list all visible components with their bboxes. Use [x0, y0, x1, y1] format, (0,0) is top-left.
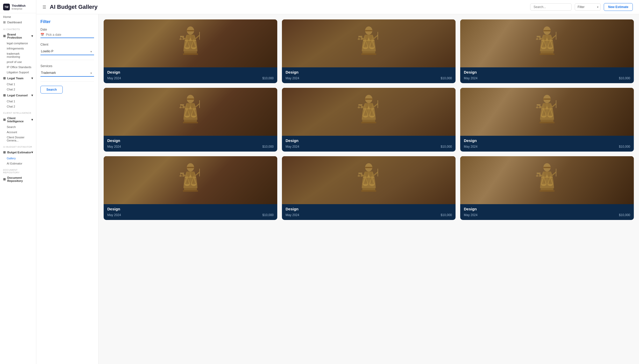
- sidebar-item-home[interactable]: Home: [0, 13, 36, 19]
- gallery-card[interactable]: Design May 2024 $10,000: [282, 19, 456, 83]
- svg-point-31: [539, 38, 541, 40]
- filter-date-label: Date: [40, 28, 94, 31]
- justice-statue-image: [104, 88, 277, 136]
- sidebar-child-gallery[interactable]: Gallery: [0, 156, 36, 161]
- sidebar-item-brand-protection[interactable]: ⊞ Brand Protection ▾: [0, 31, 36, 41]
- card-meta: May 2024 $10,000: [286, 145, 452, 148]
- date-picker-input[interactable]: [46, 33, 94, 37]
- statue-svg: [535, 162, 559, 198]
- services-select[interactable]: Trademark Design Patent Copyright: [40, 69, 94, 77]
- sidebar-child-litigation-support[interactable]: Litigation Support: [0, 70, 36, 75]
- sidebar-item-legal-team[interactable]: ⊞ Legal Team ▾: [0, 75, 36, 82]
- card-meta: May 2024 $10,000: [464, 213, 630, 217]
- sidebar-child-proof-of-use[interactable]: proof of use: [0, 59, 36, 65]
- sidebar-child-legal-team-chat1[interactable]: Chat 1: [0, 82, 36, 87]
- filter-divider-2: [40, 81, 94, 82]
- section-label-chatbots: AI Chatbots: [0, 25, 36, 31]
- gallery-card[interactable]: Design May 2024 $10,000: [104, 19, 277, 83]
- gallery-card[interactable]: Design May 2024 $10,000: [104, 156, 277, 220]
- card-meta: May 2024 $10,000: [286, 213, 452, 217]
- section-label-budget-estimator: AI Budget Estimator: [0, 143, 36, 149]
- sidebar-item-client-intelligence[interactable]: ⊞ Client Intelligence ▾: [0, 115, 36, 124]
- chevron-icon-ci: ▾: [31, 118, 33, 122]
- svg-point-54: [358, 107, 360, 108]
- statue-svg: [357, 162, 380, 198]
- card-body: Design May 2024 $10,000: [104, 204, 277, 220]
- card-date: May 2024: [464, 145, 478, 148]
- filter-wrapper: Filter By Date By Client By Service: [575, 3, 601, 11]
- sidebar-child-ip-office-standards[interactable]: IP Office Standards: [0, 65, 36, 70]
- svg-rect-1: [187, 30, 194, 31]
- logo-icon: TW: [3, 4, 10, 10]
- card-price: $10,000: [262, 213, 274, 217]
- filter-select[interactable]: Filter By Date By Client By Service: [575, 3, 601, 11]
- card-title: Design: [286, 207, 452, 211]
- svg-point-91: [360, 175, 363, 177]
- card-body: Design May 2024 $10,000: [460, 67, 634, 83]
- search-input[interactable]: [530, 3, 572, 11]
- gallery-card[interactable]: Design May 2024 $10,000: [460, 19, 634, 83]
- grid-icon-brand: ⊞: [3, 34, 6, 38]
- card-body: Design May 2024 $10,000: [282, 67, 456, 83]
- justice-statue-image: [104, 19, 277, 67]
- filter-client-label: Client: [40, 43, 94, 46]
- sidebar-child-ci-account[interactable]: Account: [0, 130, 36, 135]
- dashboard-label: Dashboard: [7, 21, 22, 24]
- card-meta: May 2024 $10,000: [464, 76, 630, 80]
- card-date: May 2024: [286, 76, 299, 80]
- svg-rect-106: [541, 188, 553, 190]
- app-name: ThirdWish: [12, 4, 26, 8]
- sidebar-child-legal-compliance[interactable]: legal compliance: [0, 41, 36, 46]
- justice-statue-image: [460, 88, 634, 136]
- sidebar-child-legal-team-chat2[interactable]: Chat 2: [0, 87, 36, 92]
- toggle-sidebar-icon[interactable]: ☰: [42, 5, 46, 10]
- svg-rect-46: [184, 120, 197, 122]
- svg-rect-95: [361, 190, 376, 192]
- statue-svg: [179, 25, 202, 62]
- justice-statue-image: [460, 19, 634, 67]
- section-label-document-repo: Document Repository: [0, 166, 36, 175]
- sidebar-child-legal-counsel-chat1[interactable]: Chat 1: [0, 99, 36, 104]
- card-meta: May 2024 $10,000: [464, 145, 630, 148]
- new-estimate-button[interactable]: New Estimate: [604, 3, 633, 11]
- card-title: Design: [464, 138, 630, 143]
- card-image: [460, 156, 634, 204]
- svg-point-43: [182, 107, 185, 108]
- sidebar-item-legal-counsel[interactable]: ⊞ Legal Counsel ▾: [0, 92, 36, 99]
- logo-text: TW: [4, 6, 9, 9]
- svg-point-55: [360, 107, 363, 108]
- card-date: May 2024: [107, 145, 121, 148]
- card-date: May 2024: [286, 213, 299, 217]
- sidebar-child-trademark-monitoring[interactable]: trademark monitoring: [0, 51, 36, 59]
- sidebar-child-legal-counsel-chat2[interactable]: Chat 2: [0, 104, 36, 109]
- sidebar-child-ai-estimator[interactable]: AI Estimator: [0, 161, 36, 166]
- grid-icon-legal-team: ⊞: [3, 76, 6, 80]
- gallery-card[interactable]: Design May 2024 $10,000: [460, 156, 634, 220]
- svg-rect-35: [539, 53, 555, 55]
- sidebar-item-document-repository[interactable]: ⊞ Document Repository: [0, 175, 36, 184]
- svg-rect-83: [183, 190, 198, 192]
- gallery-card[interactable]: Design May 2024 $10,000: [104, 88, 277, 152]
- gallery-card[interactable]: Design May 2024 $10,000: [460, 88, 634, 152]
- sidebar-child-infringements[interactable]: infringements: [0, 46, 36, 51]
- statue-svg: [535, 25, 559, 62]
- legal-counsel-label: Legal Counsel: [7, 94, 28, 97]
- main-content: ☰ AI Budget Gallery Filter By Date By Cl…: [36, 0, 639, 364]
- sidebar-child-ci-dossier[interactable]: Client Dossier Genera...: [0, 135, 36, 143]
- gallery-card[interactable]: Design May 2024 $10,000: [282, 88, 456, 152]
- client-select[interactable]: Lowilio P Client A Client B: [40, 48, 94, 55]
- card-date: May 2024: [107, 76, 121, 80]
- search-button[interactable]: Search: [40, 86, 63, 94]
- grid-icon-ci: ⊞: [3, 118, 6, 122]
- svg-rect-70: [541, 120, 553, 122]
- brand-protection-label: Brand Protection: [7, 33, 31, 39]
- card-price: $10,000: [262, 76, 274, 80]
- gallery-card[interactable]: Design May 2024 $10,000: [282, 156, 456, 220]
- sidebar-item-dashboard[interactable]: ⊞ Dashboard: [0, 19, 36, 25]
- svg-rect-23: [361, 53, 376, 55]
- svg-rect-11: [183, 53, 198, 55]
- sidebar-item-budget-estimator[interactable]: ⊞ Butget Estimator ▾: [0, 149, 36, 156]
- sidebar-child-ci-search[interactable]: Search: [0, 124, 36, 130]
- card-body: Design May 2024 $10,000: [460, 136, 634, 152]
- card-body: Design May 2024 $10,000: [460, 204, 634, 220]
